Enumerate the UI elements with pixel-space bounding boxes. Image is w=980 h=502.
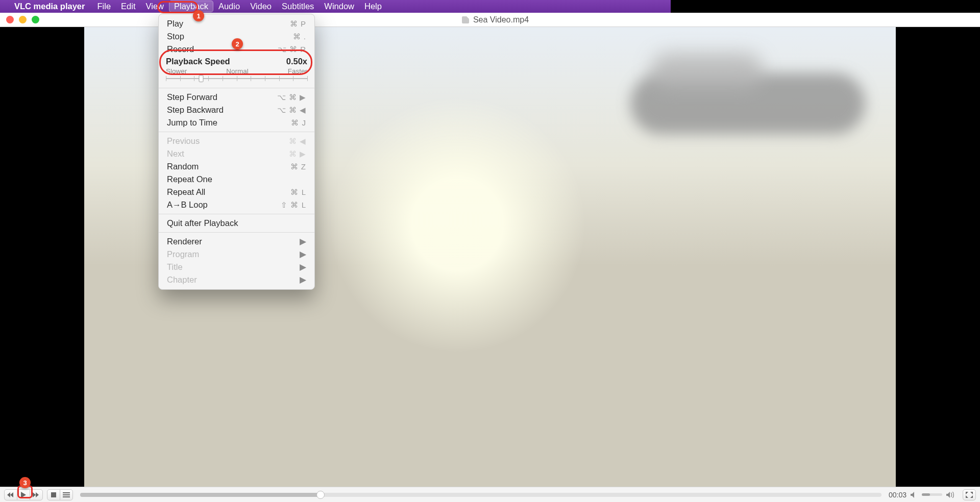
playback-menu: Play ⌘ P Stop ⌘ . Record ⌥ ⌘ R Playback … xyxy=(158,14,315,290)
minimize-window-button[interactable] xyxy=(19,16,27,23)
menu-shortcut: ⌘ L xyxy=(290,188,306,197)
menu-audio[interactable]: Audio xyxy=(213,1,245,12)
volume-fill xyxy=(922,493,930,496)
play-icon xyxy=(21,492,26,498)
menu-view[interactable]: View xyxy=(141,1,169,12)
svg-rect-0 xyxy=(51,492,56,497)
zoom-window-button[interactable] xyxy=(32,16,39,23)
menu-label: Next xyxy=(167,149,184,159)
menu-label: A→B Loop xyxy=(167,200,208,210)
transport-buttons xyxy=(4,489,43,500)
menu-edit[interactable]: Edit xyxy=(116,1,140,12)
menu-label: Quit after Playback xyxy=(167,218,238,228)
playback-play[interactable]: Play ⌘ P xyxy=(159,17,314,30)
volume-slider[interactable] xyxy=(922,493,942,496)
stop-icon xyxy=(51,492,56,497)
menu-label: Play xyxy=(167,19,183,29)
menu-file[interactable]: File xyxy=(92,1,116,12)
annotation-badge-1: 1 xyxy=(193,10,204,21)
fullscreen-icon xyxy=(966,492,973,498)
prev-icon xyxy=(7,492,14,497)
speed-faster-label: Faster xyxy=(288,67,307,75)
menu-label: Repeat All xyxy=(167,187,205,197)
playback-title: Title ▶ xyxy=(159,261,314,273)
playback-speed-block: Playback Speed 0.50x Slower Normal Faste… xyxy=(159,56,314,85)
window-title: Sea Video.mp4 xyxy=(473,15,529,24)
menu-label: Chapter xyxy=(167,275,197,285)
traffic-lights xyxy=(6,16,39,23)
menu-separator xyxy=(159,132,314,132)
submenu-arrow-icon: ▶ xyxy=(300,275,306,285)
menu-shortcut: ⌘ . xyxy=(293,32,306,41)
menu-label: Random xyxy=(167,162,199,171)
playback-speed-title: Playback Speed xyxy=(166,57,230,66)
menu-label: Title xyxy=(167,262,183,272)
playback-jump-to-time[interactable]: Jump to Time ⌘ J xyxy=(159,116,314,129)
menu-label: Renderer xyxy=(167,237,202,246)
next-track-button[interactable] xyxy=(30,489,43,500)
playback-repeat-all[interactable]: Repeat All ⌘ L xyxy=(159,186,314,198)
menu-label: Program xyxy=(167,249,199,259)
menu-shortcut: ⌘ P xyxy=(290,19,306,29)
playlist-icon xyxy=(63,492,70,497)
menu-shortcut: ⌥ ⌘ R xyxy=(278,45,306,54)
menu-label: Repeat One xyxy=(167,174,212,184)
fullscreen-button[interactable] xyxy=(963,489,976,500)
playback-speed-value: 0.50x xyxy=(286,57,307,66)
speed-normal-label: Normal xyxy=(226,67,249,75)
seek-bar[interactable] xyxy=(80,493,881,497)
speed-slower-label: Slower xyxy=(166,67,187,75)
stop-button[interactable] xyxy=(47,489,60,500)
submenu-arrow-icon: ▶ xyxy=(300,249,306,259)
app-name: VLC media player xyxy=(14,2,85,11)
playback-quit-after[interactable]: Quit after Playback xyxy=(159,217,314,230)
seek-knob[interactable] xyxy=(316,491,325,499)
menu-label: Record xyxy=(167,44,194,54)
video-stage xyxy=(0,27,980,487)
menu-label: Step Backward xyxy=(167,105,224,115)
playback-random[interactable]: Random ⌘ Z xyxy=(159,160,314,173)
menu-help[interactable]: Help xyxy=(359,1,387,12)
volume-max-icon[interactable] xyxy=(946,492,955,498)
menu-label: Jump to Time xyxy=(167,118,217,128)
playback-step-forward[interactable]: Step Forward ⌥ ⌘ ▶ xyxy=(159,91,314,104)
speed-thumb[interactable] xyxy=(199,75,204,82)
menu-shortcut: ⌘ J xyxy=(291,118,306,128)
next-icon xyxy=(33,492,40,497)
menu-playback[interactable]: Playback xyxy=(169,1,213,12)
decorative-cloud xyxy=(651,53,763,88)
menu-separator xyxy=(159,88,314,88)
svg-rect-3 xyxy=(63,496,70,497)
playback-program: Program ▶ xyxy=(159,248,314,261)
mac-menubar: VLC media player File Edit View Playback… xyxy=(0,0,671,13)
menu-shortcut: ⌥ ⌘ ◀ xyxy=(277,106,306,115)
volume-min-icon[interactable] xyxy=(911,492,918,498)
playback-chapter: Chapter ▶ xyxy=(159,273,314,286)
window-titlebar: Sea Video.mp4 xyxy=(0,13,980,27)
playlist-button[interactable] xyxy=(60,489,73,500)
svg-rect-1 xyxy=(63,492,70,493)
playback-repeat-one[interactable]: Repeat One xyxy=(159,173,314,186)
playback-ab-loop[interactable]: A→B Loop ⇧ ⌘ L xyxy=(159,198,314,211)
annotation-badge-2: 2 xyxy=(232,38,243,49)
seek-fill xyxy=(80,493,321,497)
menu-shortcut: ⌘ ▶ xyxy=(289,149,306,159)
menu-subtitles[interactable]: Subtitles xyxy=(277,1,319,12)
menu-shortcut: ⌘ Z xyxy=(290,162,306,171)
playback-next: Next ⌘ ▶ xyxy=(159,147,314,160)
playback-speed-slider[interactable] xyxy=(166,76,307,81)
menu-shortcut: ⇧ ⌘ L xyxy=(281,200,306,210)
close-window-button[interactable] xyxy=(6,16,14,23)
playback-renderer[interactable]: Renderer ▶ xyxy=(159,235,314,248)
document-icon xyxy=(462,16,469,23)
video-window: Sea Video.mp4 xyxy=(0,13,980,502)
play-button[interactable] xyxy=(17,489,30,500)
playback-step-backward[interactable]: Step Backward ⌥ ⌘ ◀ xyxy=(159,104,314,116)
menu-label: Step Forward xyxy=(167,92,217,102)
menu-separator xyxy=(159,214,314,214)
prev-track-button[interactable] xyxy=(4,489,17,500)
menu-video[interactable]: Video xyxy=(245,1,277,12)
menu-label: Previous xyxy=(167,136,200,146)
annotation-badge-3: 3 xyxy=(19,477,31,488)
menu-window[interactable]: Window xyxy=(319,1,359,12)
